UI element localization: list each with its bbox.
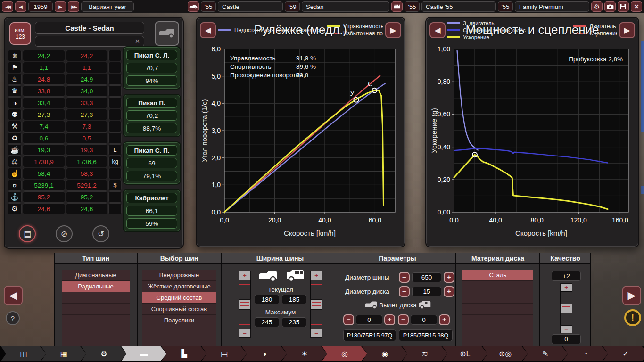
stat-row: ♨ 24,8 24,9: [8, 74, 120, 85]
list-item[interactable]: Сталь: [462, 270, 533, 281]
designer-tab[interactable]: ⊕◎: [483, 346, 528, 361]
quality-handle[interactable]: [560, 304, 572, 313]
list-item[interactable]: Средний состав: [142, 292, 216, 304]
list-item[interactable]: [462, 281, 533, 292]
designer-tab[interactable]: ◑: [242, 346, 287, 361]
quality-plus-button[interactable]: +: [560, 283, 572, 291]
prev-section-button[interactable]: ◀: [4, 286, 23, 305]
list-item[interactable]: [62, 292, 130, 304]
designer-tab[interactable]: ▦: [41, 346, 86, 361]
trim-name-field[interactable]: Sedan: [302, 1, 389, 12]
list-item[interactable]: Внедорожные: [142, 270, 216, 281]
list-item[interactable]: Радиальные: [62, 281, 130, 292]
front-axle-icon: [257, 269, 278, 282]
designer-tab[interactable]: ▤: [202, 346, 247, 361]
front-width-minus-button[interactable]: −: [239, 329, 251, 338]
designer-tab[interactable]: ✓: [603, 346, 644, 361]
list-item[interactable]: Жёсткие долговечные: [142, 281, 216, 292]
list-item[interactable]: [462, 326, 533, 337]
designer-tab[interactable]: ⊕L: [442, 346, 487, 361]
designer-tab[interactable]: ✶: [282, 346, 327, 361]
stat-row: ◑ 33,4 33,3: [8, 97, 120, 108]
year-first-button[interactable]: ◀◀: [2, 1, 13, 12]
rear-width-handle[interactable]: [310, 299, 322, 310]
year-prev-button[interactable]: ◀: [15, 1, 26, 12]
search-clear-icon[interactable]: ✕: [135, 38, 140, 45]
model-name-field[interactable]: Castle: [218, 1, 283, 12]
list-item[interactable]: [62, 326, 130, 337]
year-next-button[interactable]: ▶: [55, 1, 66, 12]
tab-icon: ⚙: [100, 349, 107, 358]
stat-row: ⎈ 24,2 24,2: [8, 50, 120, 61]
stat-unit: [108, 109, 122, 120]
front-width-plus-button[interactable]: +: [239, 271, 251, 280]
stats-action-button[interactable]: ▤: [19, 225, 36, 242]
front-offset-minus-button[interactable]: −: [343, 314, 354, 325]
designer-tab[interactable]: ⚙: [81, 346, 126, 361]
list-item[interactable]: Спортивный состав: [142, 304, 216, 315]
front-offset-plus-button[interactable]: +: [384, 314, 395, 325]
list-item[interactable]: [142, 326, 216, 337]
help-button[interactable]: ?: [6, 311, 20, 325]
chart-prev-button-2[interactable]: ◀: [429, 22, 446, 38]
designer-tab[interactable]: ≋: [402, 346, 447, 361]
list-item[interactable]: [62, 315, 130, 326]
list-item[interactable]: [62, 304, 130, 315]
search-input[interactable]: ✕: [35, 36, 144, 47]
rear-tire-spec-button[interactable]: P185/75R15 98Q: [399, 329, 453, 341]
stat-icon: ☕: [8, 144, 22, 156]
issues-button[interactable]: !: [624, 309, 641, 326]
chart-next-button[interactable]: ▶: [385, 22, 401, 38]
tire-diameter-plus-button[interactable]: +: [444, 272, 454, 283]
stat-row: ☕ 19,3 19,3 L: [8, 144, 120, 156]
svg-text:0,60: 0,60: [438, 110, 450, 118]
save-icon[interactable]: [618, 1, 629, 12]
front-width-handle[interactable]: [239, 299, 251, 310]
designer-tab[interactable]: ✎: [523, 346, 568, 361]
list-item[interactable]: [462, 292, 533, 304]
close-button[interactable]: ✕: [631, 1, 642, 12]
steering-chart-panel: ◀ ▶ Недостаточная поворачиваемость Управ…: [196, 17, 405, 247]
rim-diameter-plus-button[interactable]: +: [444, 286, 454, 297]
section-rim-material: Материал диска Сталь: [455, 253, 539, 346]
rear-offset-plus-button[interactable]: +: [439, 314, 450, 325]
settings-button[interactable]: ⚙: [591, 1, 603, 12]
list-item[interactable]: [462, 315, 533, 326]
chart-prev-button[interactable]: ◀: [200, 22, 216, 38]
rear-offset-minus-button[interactable]: −: [398, 314, 409, 325]
photo-button[interactable]: [604, 1, 616, 12]
model-year-badge: '55: [201, 1, 216, 12]
stats-action-button[interactable]: ↺: [92, 225, 109, 242]
svg-text:0,00: 0,00: [438, 208, 450, 216]
stat-row: ⚓ 95,2 95,2: [8, 191, 120, 203]
tire-diameter-minus-button[interactable]: −: [399, 272, 410, 283]
list-item[interactable]: Диагональные: [62, 270, 130, 281]
car-type-button[interactable]: [155, 21, 179, 46]
bodystyle-score: 69: [126, 158, 177, 168]
list-item[interactable]: [462, 304, 533, 315]
engine-variant-field[interactable]: Family Premium: [515, 1, 589, 12]
next-section-button[interactable]: ▶: [622, 286, 641, 305]
svg-text:5,0: 5,0: [212, 73, 221, 80]
designer-tab[interactable]: ▙: [162, 346, 207, 361]
revision-button[interactable]: изм. 123: [9, 22, 31, 45]
designer-tab[interactable]: ◫: [1, 346, 46, 361]
rear-width-plus-button[interactable]: +: [310, 271, 322, 280]
rim-diameter-minus-button[interactable]: −: [399, 286, 410, 297]
car-model-icon[interactable]: [188, 1, 199, 12]
engine-family-field[interactable]: Castle '55: [421, 1, 496, 12]
stats-action-button[interactable]: ⊘: [56, 225, 73, 242]
designer-tab[interactable]: ◔: [563, 346, 608, 361]
designer-tab[interactable]: ▬: [121, 346, 166, 361]
rear-width-minus-button[interactable]: −: [310, 329, 322, 338]
year-last-button[interactable]: ▶▶: [68, 1, 79, 12]
stat-value-current: 1,1: [23, 62, 65, 73]
designer-tab[interactable]: ◉: [362, 346, 407, 361]
list-item[interactable]: Полуслики: [142, 315, 216, 326]
designer-tab[interactable]: ◎: [322, 346, 367, 361]
svg-text:Скорость [km/h]: Скорость [km/h]: [515, 229, 567, 237]
front-tire-spec-button[interactable]: P180/75R15 97Q: [343, 329, 396, 341]
chart-next-button-2[interactable]: ▶: [619, 22, 635, 38]
quality-minus-button[interactable]: −: [560, 325, 572, 333]
engine-icon[interactable]: [391, 1, 403, 12]
